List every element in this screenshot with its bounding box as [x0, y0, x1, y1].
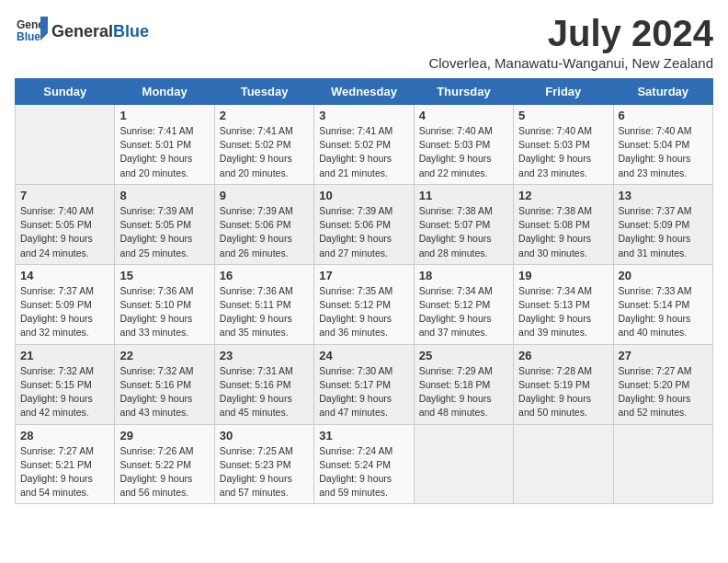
day-number: 6 [619, 109, 708, 122]
calendar-cell: 14Sunrise: 7:37 AM Sunset: 5:09 PM Dayli… [16, 264, 115, 344]
day-number: 25 [419, 349, 508, 362]
day-number: 21 [20, 349, 109, 362]
day-number: 15 [119, 269, 209, 282]
day-number: 31 [319, 429, 408, 442]
calendar-cell: 13Sunrise: 7:37 AM Sunset: 5:09 PM Dayli… [613, 184, 712, 264]
calendar-cell: 12Sunrise: 7:38 AM Sunset: 5:08 PM Dayli… [514, 184, 613, 264]
cell-content: Sunrise: 7:40 AM Sunset: 5:03 PM Dayligh… [518, 124, 608, 180]
calendar-cell: 4Sunrise: 7:40 AM Sunset: 5:03 PM Daylig… [414, 105, 513, 185]
calendar-cell: 26Sunrise: 7:28 AM Sunset: 5:19 PM Dayli… [514, 344, 613, 424]
day-number: 22 [119, 349, 209, 362]
calendar-cell: 3Sunrise: 7:41 AM Sunset: 5:02 PM Daylig… [314, 105, 414, 185]
day-number: 27 [619, 349, 708, 362]
calendar-cell [514, 424, 613, 504]
cell-content: Sunrise: 7:41 AM Sunset: 5:02 PM Dayligh… [220, 124, 309, 180]
week-row-5: 28Sunrise: 7:27 AM Sunset: 5:21 PM Dayli… [16, 424, 713, 504]
weekday-header-wednesday: Wednesday [314, 79, 414, 105]
cell-content: Sunrise: 7:33 AM Sunset: 5:14 PM Dayligh… [619, 284, 708, 340]
calendar-cell: 5Sunrise: 7:40 AM Sunset: 5:03 PM Daylig… [514, 105, 613, 185]
day-number: 18 [419, 269, 508, 282]
logo: General Blue GeneralBlue [15, 15, 149, 48]
calendar-cell [16, 105, 115, 185]
calendar-cell: 30Sunrise: 7:25 AM Sunset: 5:23 PM Dayli… [214, 424, 313, 504]
day-number: 4 [419, 109, 508, 122]
calendar-cell: 23Sunrise: 7:31 AM Sunset: 5:16 PM Dayli… [214, 344, 313, 424]
day-number: 26 [518, 349, 608, 362]
cell-content: Sunrise: 7:24 AM Sunset: 5:24 PM Dayligh… [319, 444, 408, 500]
cell-content: Sunrise: 7:34 AM Sunset: 5:13 PM Dayligh… [518, 284, 608, 340]
calendar-cell: 16Sunrise: 7:36 AM Sunset: 5:11 PM Dayli… [214, 264, 313, 344]
weekday-header-tuesday: Tuesday [214, 79, 313, 105]
week-row-1: 1Sunrise: 7:41 AM Sunset: 5:01 PM Daylig… [16, 105, 713, 185]
calendar-cell: 19Sunrise: 7:34 AM Sunset: 5:13 PM Dayli… [514, 264, 613, 344]
calendar-cell [414, 424, 513, 504]
month-title: July 2024 [428, 15, 713, 52]
day-number: 20 [619, 269, 708, 282]
cell-content: Sunrise: 7:39 AM Sunset: 5:05 PM Dayligh… [119, 204, 209, 260]
day-number: 17 [319, 269, 408, 282]
calendar-cell [613, 424, 712, 504]
cell-content: Sunrise: 7:37 AM Sunset: 5:09 PM Dayligh… [20, 284, 109, 340]
logo-blue-text: Blue [113, 22, 149, 41]
calendar-cell: 21Sunrise: 7:32 AM Sunset: 5:15 PM Dayli… [16, 344, 115, 424]
week-row-3: 14Sunrise: 7:37 AM Sunset: 5:09 PM Dayli… [16, 264, 713, 344]
day-number: 1 [119, 109, 209, 122]
calendar-cell: 9Sunrise: 7:39 AM Sunset: 5:06 PM Daylig… [214, 184, 313, 264]
weekday-header-thursday: Thursday [414, 79, 513, 105]
day-number: 24 [319, 349, 408, 362]
cell-content: Sunrise: 7:27 AM Sunset: 5:20 PM Dayligh… [619, 364, 708, 420]
calendar: SundayMondayTuesdayWednesdayThursdayFrid… [15, 78, 713, 504]
calendar-cell: 6Sunrise: 7:40 AM Sunset: 5:04 PM Daylig… [613, 105, 712, 185]
day-number: 2 [220, 109, 309, 122]
cell-content: Sunrise: 7:39 AM Sunset: 5:06 PM Dayligh… [319, 204, 408, 260]
cell-content: Sunrise: 7:40 AM Sunset: 5:04 PM Dayligh… [619, 124, 708, 180]
calendar-cell: 27Sunrise: 7:27 AM Sunset: 5:20 PM Dayli… [613, 344, 712, 424]
logo-icon: General Blue [15, 15, 48, 48]
day-number: 9 [220, 189, 309, 202]
cell-content: Sunrise: 7:28 AM Sunset: 5:19 PM Dayligh… [518, 364, 608, 420]
cell-content: Sunrise: 7:27 AM Sunset: 5:21 PM Dayligh… [20, 444, 109, 500]
day-number: 16 [220, 269, 309, 282]
day-number: 3 [319, 109, 408, 122]
calendar-cell: 28Sunrise: 7:27 AM Sunset: 5:21 PM Dayli… [16, 424, 115, 504]
calendar-cell: 10Sunrise: 7:39 AM Sunset: 5:06 PM Dayli… [314, 184, 414, 264]
day-number: 30 [220, 429, 309, 442]
calendar-cell: 31Sunrise: 7:24 AM Sunset: 5:24 PM Dayli… [314, 424, 414, 504]
calendar-cell: 24Sunrise: 7:30 AM Sunset: 5:17 PM Dayli… [314, 344, 414, 424]
cell-content: Sunrise: 7:40 AM Sunset: 5:05 PM Dayligh… [20, 204, 109, 260]
svg-text:Blue: Blue [17, 30, 40, 43]
cell-content: Sunrise: 7:25 AM Sunset: 5:23 PM Dayligh… [220, 444, 309, 500]
day-number: 5 [518, 109, 608, 122]
weekday-header-monday: Monday [115, 79, 214, 105]
day-number: 19 [518, 269, 608, 282]
week-row-2: 7Sunrise: 7:40 AM Sunset: 5:05 PM Daylig… [16, 184, 713, 264]
cell-content: Sunrise: 7:34 AM Sunset: 5:12 PM Dayligh… [419, 284, 508, 340]
weekday-header-friday: Friday [514, 79, 613, 105]
cell-content: Sunrise: 7:26 AM Sunset: 5:22 PM Dayligh… [119, 444, 209, 500]
day-number: 29 [119, 429, 209, 442]
cell-content: Sunrise: 7:29 AM Sunset: 5:18 PM Dayligh… [419, 364, 508, 420]
cell-content: Sunrise: 7:39 AM Sunset: 5:06 PM Dayligh… [220, 204, 309, 260]
location: Cloverlea, Manawatu-Wanganui, New Zealan… [428, 55, 713, 71]
day-number: 12 [518, 189, 608, 202]
cell-content: Sunrise: 7:41 AM Sunset: 5:02 PM Dayligh… [319, 124, 408, 180]
svg-marker-3 [40, 17, 48, 40]
calendar-cell: 18Sunrise: 7:34 AM Sunset: 5:12 PM Dayli… [414, 264, 513, 344]
title-area: July 2024 Cloverlea, Manawatu-Wanganui, … [428, 15, 713, 71]
cell-content: Sunrise: 7:36 AM Sunset: 5:10 PM Dayligh… [119, 284, 209, 340]
day-number: 10 [319, 189, 408, 202]
day-number: 23 [220, 349, 309, 362]
calendar-body: 1Sunrise: 7:41 AM Sunset: 5:01 PM Daylig… [16, 105, 713, 504]
cell-content: Sunrise: 7:31 AM Sunset: 5:16 PM Dayligh… [220, 364, 309, 420]
day-number: 7 [20, 189, 109, 202]
calendar-cell: 8Sunrise: 7:39 AM Sunset: 5:05 PM Daylig… [115, 184, 214, 264]
logo-general-text: General [51, 22, 113, 41]
weekday-header-saturday: Saturday [613, 79, 712, 105]
calendar-cell: 2Sunrise: 7:41 AM Sunset: 5:02 PM Daylig… [214, 105, 313, 185]
calendar-cell: 22Sunrise: 7:32 AM Sunset: 5:16 PM Dayli… [115, 344, 214, 424]
weekday-row: SundayMondayTuesdayWednesdayThursdayFrid… [16, 79, 713, 105]
calendar-cell: 15Sunrise: 7:36 AM Sunset: 5:10 PM Dayli… [115, 264, 214, 344]
day-number: 14 [20, 269, 109, 282]
day-number: 8 [119, 189, 209, 202]
day-number: 13 [619, 189, 708, 202]
